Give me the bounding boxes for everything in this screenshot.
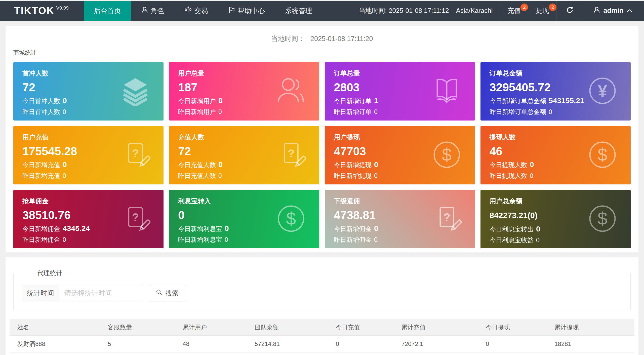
menu-item-help-center[interactable]: 帮助中心 (218, 1, 275, 21)
yesterday-label: 昨日首冲人数 (22, 108, 60, 115)
refresh-icon (566, 6, 574, 15)
local-time-value: 2025-01-08 17:11:12 (389, 7, 449, 15)
stat-card-yesterday: 昨日充值人数0 (178, 172, 319, 180)
withdraw-badge: 2 (549, 4, 556, 11)
table-row: 发财酒888 5 48 57214.81 0 72072.1 0 18281 (10, 336, 634, 352)
users-icon (275, 75, 306, 108)
yesterday-value: 0 (63, 236, 66, 243)
column-header: 今日提现 (478, 319, 547, 336)
search-button-label: 搜索 (166, 289, 179, 298)
chevron-up-icon (626, 7, 632, 15)
flag-icon (228, 6, 238, 15)
yesterday-label: 昨日新增订单 (334, 108, 372, 115)
user-icon (141, 6, 151, 15)
table-cell: 1843.5 (247, 352, 328, 355)
stat-card-total-order-amount: 订单总金额 3295405.72 今日新增订单总金额543155.21 昨日新增… (480, 62, 631, 121)
menu-item-trade[interactable]: 交易 (174, 1, 218, 21)
search-button[interactable]: 搜索 (149, 285, 186, 301)
agent-stats-title: 代理统计 (34, 269, 66, 277)
menu-item-label: 角色 (151, 6, 164, 15)
today-value: 0 (374, 224, 378, 232)
today-label: 今日新增佣金 (22, 225, 60, 232)
menu-item-roles[interactable]: 角色 (131, 1, 174, 21)
user-icon (593, 6, 600, 15)
today-label: 今日新增充值 (22, 161, 60, 168)
menu-item-system[interactable]: 系统管理 (275, 1, 322, 21)
today-label: 今日提现人数 (490, 161, 527, 168)
today-value: 0 (218, 96, 223, 105)
survey-icon: ? (277, 140, 306, 170)
today-label: 今日首冲人数 (22, 97, 60, 104)
table-header-row: 姓名 客服数量 累计用户 团队余额 今日充值 累计充值 今日提现 累计提现 (10, 319, 634, 336)
svg-text:$: $ (598, 209, 608, 228)
local-time-label: 当地时间: (359, 6, 387, 15)
yen-circle-icon: ¥ (587, 76, 618, 107)
column-header: 姓名 (10, 319, 100, 336)
today-value: 1 (374, 96, 378, 105)
svg-text:$: $ (286, 209, 296, 228)
svg-text:?: ? (132, 147, 139, 160)
agent-table: 姓名 客服数量 累计用户 团队余额 今日充值 累计充值 今日提现 累计提现 发财… (10, 319, 634, 355)
yesterday-value: 0 (374, 236, 378, 243)
today-label: 今日新增订单总金额 (490, 97, 546, 104)
today-label: 今日利息宝转出 (490, 226, 534, 233)
overview-panel: 当地时间： 2025-01-08 17:11:20 商城统计 首冲人数 72 今… (6, 26, 638, 252)
stat-card-yesterday: 昨日新增佣金0 (334, 235, 475, 244)
today-label: 今日新增提现 (334, 161, 372, 168)
svg-text:¥: ¥ (598, 82, 607, 100)
yesterday-value: 0 (63, 108, 66, 115)
menu-item-home[interactable]: 后台首页 (84, 1, 131, 21)
yesterday-label: 昨日新增利息宝 (178, 236, 222, 243)
table-cell: 0 (478, 352, 547, 355)
stat-card-yesterday: 昨日新增订单0 (334, 108, 475, 116)
table-cell: 1 (100, 352, 175, 355)
user-menu[interactable]: admin (583, 1, 639, 21)
stat-card-yesterday: 昨日新增用户0 (178, 108, 319, 116)
today-value: 543155.21 (549, 96, 584, 105)
table-cell: 发财酒888 (10, 336, 100, 352)
stat-card-yesterday: 昨日首冲人数0 (22, 108, 164, 116)
today-value: 0 (536, 225, 540, 233)
yesterday-label: 昨日充值人数 (178, 172, 216, 179)
yesterday-label: 昨日新增用户 (178, 108, 216, 115)
navbar-local-time: 当地时间: 2025-01-08 17:11:12 (356, 1, 452, 21)
table-cell: 2110 (547, 352, 634, 355)
today-value: 0 (374, 160, 378, 169)
column-header: 累计用户 (175, 319, 247, 336)
book-icon (432, 76, 462, 107)
recharge-button[interactable]: 充值 2 (500, 1, 528, 21)
dollar-circle-icon: $ (587, 140, 618, 171)
stat-time-input[interactable] (59, 285, 142, 301)
stat-card-yesterday: 昨日提现人数0 (490, 172, 631, 180)
stat-card-total-orders: 订单总量 2803 今日新增订单1 昨日新增订单0 (325, 62, 475, 121)
withdraw-button[interactable]: 提现 2 (528, 1, 556, 21)
stat-card-yesterday: 今日利息宝收益0 (490, 236, 631, 244)
content-local-time-label: 当地时间： (271, 35, 305, 43)
yesterday-label: 昨日新增佣金 (22, 236, 60, 243)
stat-card-yesterday: 昨日新增利息宝0 (178, 235, 319, 244)
menu-item-label: 交易 (194, 6, 208, 15)
survey-icon: ? (122, 204, 150, 234)
today-label: 今日充值人数 (178, 161, 216, 168)
top-navbar: TIKTOK V9.99 后台首页 角色 交易 帮助中心 系统管理 当地时间: … (0, 0, 644, 21)
search-icon (156, 289, 163, 297)
table-cell: 13 (175, 352, 247, 355)
table-cell: 5 (100, 336, 175, 352)
today-value: 0 (63, 160, 67, 169)
survey-icon: ? (433, 204, 462, 234)
yesterday-value: 0 (374, 172, 378, 179)
recharge-badge: 2 (520, 4, 528, 11)
refresh-button[interactable] (556, 1, 583, 21)
yesterday-label: 昨日提现人数 (490, 172, 527, 179)
stat-card-yesterday: 昨日新增充值0 (22, 172, 164, 180)
menu-item-label: 帮助中心 (238, 6, 265, 15)
today-value: 4345.24 (63, 224, 90, 232)
svg-text:$: $ (598, 145, 608, 165)
stat-card-recharge-users: 充值人数 72 今日充值人数0 昨日充值人数0 ? (169, 126, 319, 184)
today-value: 0 (63, 96, 67, 105)
filter-row: 统计时间 搜索 (22, 285, 630, 301)
content-local-time-value: 2025-01-08 17:11:20 (310, 35, 373, 43)
column-header: 今日充值 (328, 319, 394, 336)
table-cell: 48 (175, 336, 247, 352)
today-value: 0 (225, 224, 229, 232)
